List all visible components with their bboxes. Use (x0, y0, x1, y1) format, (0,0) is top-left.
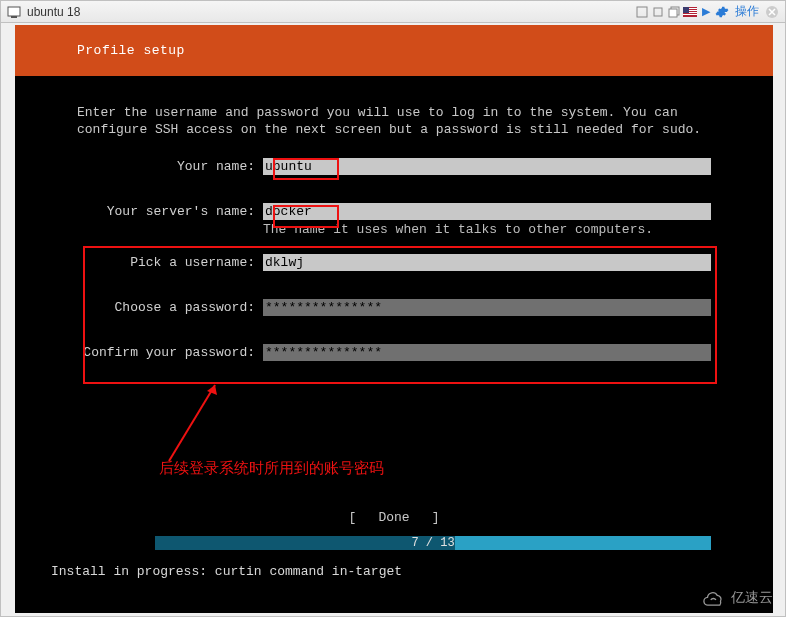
vm-icon (7, 5, 21, 19)
watermark-text: 亿速云 (731, 589, 773, 607)
installer-screen: Profile setup Enter the username and pas… (15, 25, 773, 613)
installer-body: Enter the username and password you will… (15, 76, 773, 526)
server-name-input[interactable]: docker (263, 203, 711, 220)
confirm-password-input[interactable]: *************** (263, 344, 711, 361)
svg-rect-1 (11, 16, 17, 18)
installer-header: Profile setup (15, 25, 773, 76)
svg-rect-0 (8, 7, 20, 16)
done-label: Done (364, 509, 424, 526)
titlebar: ubuntu 18 ▶ 操作 (1, 1, 785, 23)
watermark: 亿速云 (701, 588, 773, 608)
svg-rect-11 (683, 7, 689, 13)
window-title: ubuntu 18 (27, 5, 80, 19)
status-line: Install in progress: curtin command in-t… (15, 550, 773, 579)
progress-bar: 7 / 13 (155, 536, 711, 550)
password-input[interactable]: *************** (263, 299, 711, 316)
svg-rect-5 (669, 9, 677, 17)
server-hint: The name it uses when it talks to other … (263, 221, 711, 238)
page-title: Profile setup (77, 43, 185, 58)
your-name-input[interactable]: ubuntu (263, 158, 711, 175)
bracket-left: [ (348, 510, 364, 525)
server-label: Your server's name: (77, 203, 263, 238)
name-label: Your name: (77, 158, 263, 175)
titlebar-controls: ▶ 操作 (635, 3, 779, 20)
detach-icon[interactable] (635, 5, 649, 19)
windows-icon[interactable] (667, 5, 681, 19)
progress-text: 7 / 13 (155, 536, 711, 550)
password-label: Choose a password: (77, 299, 263, 316)
svg-rect-3 (654, 8, 662, 16)
vm-window: ubuntu 18 ▶ 操作 Profile setup Enter the u… (0, 0, 786, 617)
cloud-icon (701, 588, 727, 608)
username-label: Pick a username: (77, 254, 263, 271)
close-icon[interactable] (765, 5, 779, 19)
flag-icon[interactable] (683, 5, 697, 19)
gear-icon[interactable] (715, 5, 729, 19)
send-key-icon[interactable]: ▶ (699, 5, 713, 19)
username-input[interactable]: dklwj (263, 254, 711, 271)
bracket-right: ] (424, 510, 440, 525)
confirm-label: Confirm your password: (77, 344, 263, 361)
action-menu[interactable]: 操作 (735, 3, 759, 20)
svg-rect-2 (637, 7, 647, 17)
instructions-text: Enter the username and password you will… (77, 104, 711, 138)
window-square-icon[interactable] (651, 5, 665, 19)
done-button[interactable]: [ Done ] (77, 509, 711, 526)
svg-rect-10 (683, 14, 697, 15)
